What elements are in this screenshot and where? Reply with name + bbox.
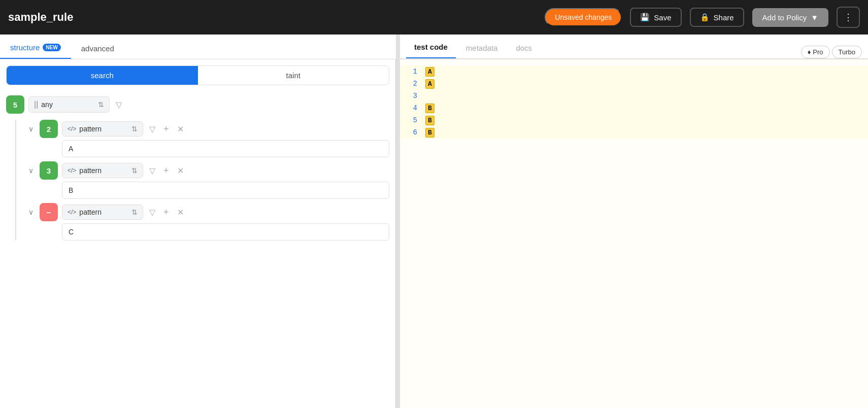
rule-3-badge: 3 <box>40 161 58 180</box>
code-line-3: 3 <box>400 90 868 102</box>
rule-minus-badge: − <box>40 203 58 221</box>
filter-icon[interactable]: ▽ <box>114 98 124 112</box>
chevron-updown-icon-3: ⇅ <box>131 166 138 175</box>
chevron-down-icon: ▼ <box>811 13 818 22</box>
tab-advanced[interactable]: advanced <box>71 38 124 59</box>
close-icon-2[interactable]: ✕ <box>175 122 186 136</box>
tab-structure[interactable]: structure NEW <box>0 37 71 59</box>
sub-rule-2: ∨ 2 </> pattern ⇅ ▽ + ✕ <box>26 120 389 157</box>
code-line-1: 1 A <box>400 65 868 78</box>
chevron-down-icon-minus[interactable]: ∨ <box>26 206 36 218</box>
sub-rule-3: ∨ 3 </> pattern ⇅ ▽ + ✕ <box>26 161 389 199</box>
rule-3-type-select[interactable]: </> pattern ⇅ <box>62 163 143 178</box>
line-number-5: 5 <box>400 116 425 124</box>
filter-icon-2[interactable]: ▽ <box>147 122 157 136</box>
new-badge: NEW <box>43 44 60 51</box>
rule-3-input-wrapper <box>26 180 389 199</box>
rule-3-input[interactable] <box>62 182 389 199</box>
code-token-5: B <box>425 116 435 125</box>
code-editor[interactable]: 1 A 2 A 3 4 B 5 B 6 <box>400 59 868 408</box>
code-token-4: B <box>425 104 435 113</box>
save-icon: 💾 <box>640 13 650 22</box>
diamond-icon: ♦ <box>808 48 811 56</box>
taint-toggle-button[interactable]: taint <box>198 66 389 85</box>
search-toggle-button[interactable]: search <box>7 66 198 85</box>
page-title: sample_rule <box>8 11 537 24</box>
sub-rule-minus-row: ∨ − </> pattern ⇅ ▽ + ✕ <box>26 203 389 221</box>
code-icon-minus: </> <box>68 209 76 216</box>
sub-rule-2-row: ∨ 2 </> pattern ⇅ ▽ + ✕ <box>26 120 389 138</box>
code-line-4: 4 B <box>400 102 868 114</box>
app-header: sample_rule Unsaved changes 💾 Save 🔒 Sha… <box>0 0 868 35</box>
tab-test-code[interactable]: test code <box>406 37 456 58</box>
rule-minus-input-wrapper <box>26 221 389 241</box>
rule-2-input[interactable] <box>62 140 389 157</box>
code-line-6: 6 B <box>400 126 868 139</box>
chevron-down-icon-2[interactable]: ∨ <box>26 123 36 135</box>
filter-icon-3[interactable]: ▽ <box>147 164 157 178</box>
main-layout: search taint 5 || any ⇅ ▽ ∨ <box>0 59 868 408</box>
add-icon-2[interactable]: + <box>161 122 171 137</box>
sub-rule-3-row: ∨ 3 </> pattern ⇅ ▽ + ✕ <box>26 161 389 180</box>
rule-2-type-select[interactable]: </> pattern ⇅ <box>62 121 143 137</box>
chevron-updown-icon-2: ⇅ <box>131 125 138 133</box>
filter-icon-minus[interactable]: ▽ <box>147 206 157 219</box>
unsaved-changes-badge[interactable]: Unsaved changes <box>545 8 622 26</box>
more-options-button[interactable]: ⋮ <box>837 7 860 28</box>
code-line-2: 2 A <box>400 78 868 90</box>
panel-divider <box>396 35 400 59</box>
rule-minus-input[interactable] <box>62 223 389 241</box>
chevron-updown-icon-minus: ⇅ <box>131 208 138 216</box>
pipe-icon: || <box>34 100 38 109</box>
add-icon-minus[interactable]: + <box>161 205 171 220</box>
line-number-6: 6 <box>400 128 425 137</box>
line-number-1: 1 <box>400 67 425 76</box>
code-icon-3: </> <box>68 167 76 174</box>
add-icon-3[interactable]: + <box>161 163 171 178</box>
root-rule-row: 5 || any ⇅ ▽ <box>6 93 389 116</box>
tab-docs[interactable]: docs <box>508 38 540 58</box>
root-rule-badge: 5 <box>6 95 24 114</box>
close-icon-3[interactable]: ✕ <box>175 164 186 178</box>
chevron-down-icon-3[interactable]: ∨ <box>26 164 36 177</box>
chevron-up-down-icon: ⇅ <box>98 100 104 109</box>
add-to-policy-button[interactable]: Add to Policy ▼ <box>752 8 828 27</box>
rules-area: 5 || any ⇅ ▽ ∨ 2 </> patter <box>0 89 395 245</box>
root-rule-type-select[interactable]: || any ⇅ <box>28 96 110 113</box>
rule-minus-type-select[interactable]: </> pattern ⇅ <box>62 205 143 220</box>
main-panel-divider <box>396 59 400 408</box>
search-taint-toggle: search taint <box>6 65 389 85</box>
line-number-2: 2 <box>400 80 425 88</box>
share-button[interactable]: 🔒 Share <box>690 8 744 27</box>
pro-badge[interactable]: ♦ Pro <box>801 46 830 58</box>
sub-rules-group: ∨ 2 </> pattern ⇅ ▽ + ✕ <box>15 120 389 241</box>
code-icon-2: </> <box>68 125 76 132</box>
lock-icon: 🔒 <box>700 13 710 22</box>
left-tabs: structure NEW advanced <box>0 35 396 59</box>
save-button[interactable]: 💾 Save <box>630 8 681 27</box>
line-number-4: 4 <box>400 104 425 112</box>
tab-metadata[interactable]: metadata <box>458 38 506 58</box>
code-line-5: 5 B <box>400 114 868 126</box>
line-number-3: 3 <box>400 92 425 100</box>
code-token-6: B <box>425 128 435 138</box>
close-icon-minus[interactable]: ✕ <box>175 206 186 219</box>
code-token-2: A <box>425 79 435 89</box>
code-token-1: A <box>425 67 435 77</box>
rule-2-badge: 2 <box>40 120 58 138</box>
sub-rule-minus: ∨ − </> pattern ⇅ ▽ + ✕ <box>26 203 389 241</box>
rule-2-input-wrapper <box>26 138 389 157</box>
right-tabs: test code metadata docs ♦ Pro Turbo <box>400 35 868 59</box>
left-panel: search taint 5 || any ⇅ ▽ ∨ <box>0 59 396 408</box>
right-panel: 1 A 2 A 3 4 B 5 B 6 <box>400 59 868 408</box>
turbo-badge[interactable]: Turbo <box>832 46 862 58</box>
